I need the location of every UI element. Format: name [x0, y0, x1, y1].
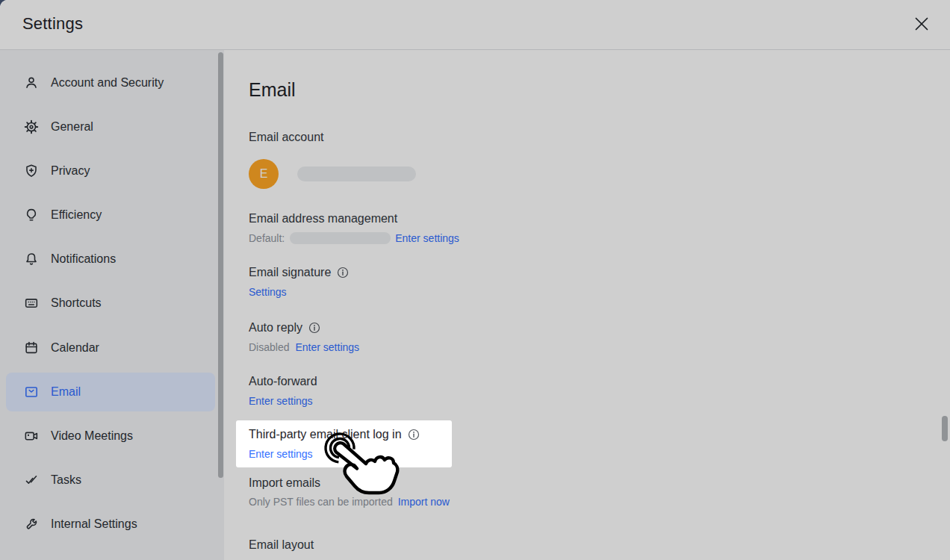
third-party-login-row: Enter settings [249, 446, 452, 462]
third-party-enter-settings-link[interactable]: Enter settings [249, 446, 313, 462]
settings-dialog: Settings Account and Security [0, 0, 950, 560]
info-icon[interactable] [408, 429, 420, 441]
third-party-login-spotlight: Third-party email client log in Enter se… [236, 420, 452, 467]
tutorial-dim-overlay [0, 0, 950, 560]
third-party-login-title: Third-party email client log in [249, 426, 452, 444]
third-party-login-label: Third-party email client log in [249, 426, 402, 444]
